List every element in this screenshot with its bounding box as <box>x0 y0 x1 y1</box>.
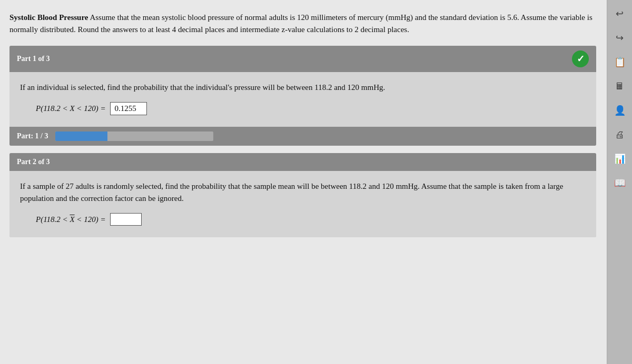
part1-formula: P(118.2 < X < 120) = 0.1255 <box>36 102 586 115</box>
back-icon[interactable]: ↩ <box>611 5 628 22</box>
progress-bar-fill <box>55 132 107 141</box>
part1-answer: 0.1255 <box>110 102 147 115</box>
part1-body: If an individual is selected, find the p… <box>9 72 596 127</box>
book-icon[interactable]: 📖 <box>611 175 628 191</box>
part1-header: Part 1 of 3 ✓ <box>9 46 596 72</box>
sidebar: ↩ ↪ 📋 🖩 👤 🖨 📊 📖 <box>607 0 632 364</box>
part2-question: If a sample of 27 adults is randomly sel… <box>20 180 586 205</box>
part2-header-label: Part 2 of 3 <box>17 158 50 166</box>
part1-progress-label: Part: 1 / 3 <box>17 132 48 140</box>
part1-card: Part 1 of 3 ✓ If an individual is select… <box>9 46 596 146</box>
part1-header-label: Part 1 of 3 <box>17 55 50 63</box>
main-content: Systolic Blood Pressure Assume that the … <box>0 0 607 364</box>
x-bar: X <box>70 215 74 224</box>
problem-text: Assume that the mean systolic blood pres… <box>9 13 592 34</box>
part2-card: Part 2 of 3 If a sample of 27 adults is … <box>9 153 596 238</box>
part1-progress-section: Part: 1 / 3 <box>9 127 596 146</box>
part2-header: Part 2 of 3 <box>9 153 596 171</box>
part2-formula-text: P(118.2 < X < 120) = <box>36 215 106 224</box>
part2-body: If a sample of 27 adults is randomly sel… <box>9 171 596 238</box>
problem-statement: Systolic Blood Pressure Assume that the … <box>9 9 596 38</box>
forward-icon[interactable]: ↪ <box>611 29 628 46</box>
chart-icon[interactable]: 📊 <box>611 150 628 167</box>
part2-formula: P(118.2 < X < 120) = <box>36 213 586 226</box>
calculator-icon[interactable]: 🖩 <box>611 78 628 95</box>
part1-formula-text: P(118.2 < X < 120) = <box>36 104 106 113</box>
print-icon[interactable]: 🖨 <box>611 126 628 143</box>
check-icon: ✓ <box>572 50 589 67</box>
part2-answer-input[interactable] <box>110 213 142 226</box>
progress-bar-track <box>55 132 213 141</box>
part1-question: If an individual is selected, find the p… <box>20 82 586 94</box>
problem-title: Systolic Blood Pressure <box>9 13 88 22</box>
person-icon[interactable]: 👤 <box>611 102 628 119</box>
notes-icon[interactable]: 📋 <box>611 54 628 70</box>
